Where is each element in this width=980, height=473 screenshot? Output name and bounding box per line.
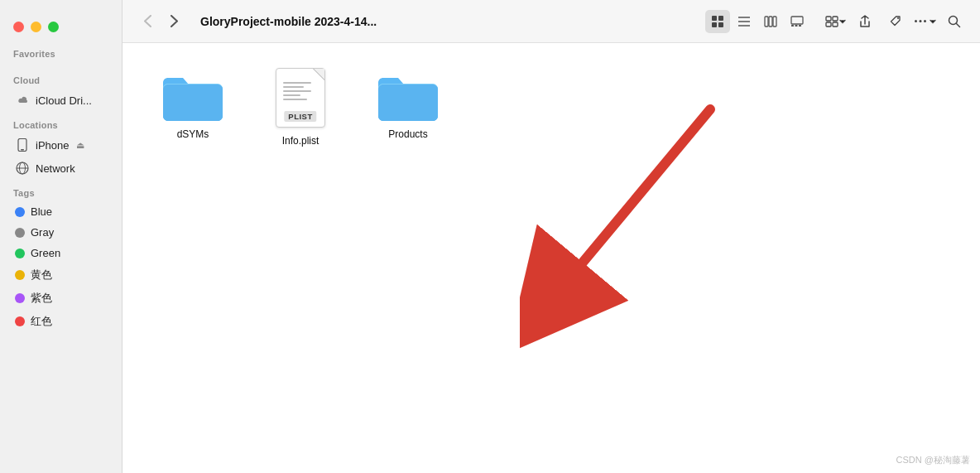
file-item-dsyms[interactable]: dSYMs [156, 68, 230, 141]
blue-dot [15, 207, 25, 217]
tag-red-label: 红色 [31, 314, 52, 329]
network-label: Network [36, 162, 75, 175]
maximize-button[interactable] [48, 22, 59, 32]
svg-point-26 [924, 20, 926, 22]
back-button[interactable] [136, 10, 159, 33]
network-icon [15, 161, 30, 176]
info-plist-label: Info.plist [279, 134, 323, 147]
svg-rect-21 [826, 22, 831, 27]
svg-rect-13 [769, 17, 772, 27]
svg-line-30 [545, 109, 710, 308]
svg-rect-18 [799, 25, 801, 27]
products-label: Products [385, 128, 430, 141]
sidebar-item-tag-red[interactable]: 红色 [3, 311, 118, 332]
tag-green-label: Green [31, 247, 60, 259]
file-item-info-plist[interactable]: PLIST Info.plist [263, 68, 338, 147]
sidebar-item-tag-purple[interactable]: 紫色 [3, 287, 118, 309]
svg-rect-8 [718, 22, 723, 27]
traffic-lights [0, 10, 122, 41]
yellow-dot [15, 270, 25, 280]
dsyms-label: dSYMs [174, 128, 213, 141]
sidebar-item-tag-green[interactable]: Green [3, 244, 118, 263]
tag-button[interactable] [882, 10, 907, 33]
iphone-label: iPhone [36, 139, 69, 152]
svg-rect-16 [791, 25, 794, 27]
forward-button[interactable] [162, 10, 185, 33]
search-button[interactable] [942, 10, 967, 33]
svg-point-23 [897, 17, 899, 19]
sidebar-item-tag-blue[interactable]: Blue [3, 202, 118, 221]
svg-rect-15 [791, 17, 803, 24]
file-item-products[interactable]: Products [371, 68, 445, 141]
annotation-arrow [520, 93, 785, 350]
tag-gray-label: Gray [31, 226, 54, 239]
minimize-button[interactable] [31, 22, 41, 32]
folder-icon-dsyms [160, 68, 226, 123]
more-button[interactable] [912, 10, 937, 33]
svg-rect-14 [773, 17, 776, 27]
eject-icon[interactable]: ⏏ [76, 140, 84, 151]
main-area: GloryProject-mobile 2023-4-14... [122, 0, 980, 473]
sidebar-item-icloud[interactable]: iCloud Dri... [3, 89, 118, 111]
locations-section-label: Locations [0, 112, 122, 133]
gallery-view-button[interactable] [785, 10, 809, 33]
group-button[interactable] [823, 10, 848, 33]
sidebar-item-iphone[interactable]: iPhone ⏏ [3, 134, 118, 156]
content-area: dSYMs PLIST [122, 43, 980, 473]
tag-purple-label: 紫色 [31, 291, 52, 306]
svg-rect-12 [765, 17, 768, 27]
watermark: CSDN @秘淘藤薯 [896, 454, 970, 466]
svg-rect-6 [718, 16, 723, 21]
sidebar-item-network[interactable]: Network [3, 157, 118, 179]
svg-point-25 [919, 20, 921, 22]
red-dot [15, 316, 25, 326]
svg-point-24 [915, 20, 917, 22]
sidebar-item-tag-yellow[interactable]: 黄色 [3, 264, 118, 286]
svg-line-28 [957, 23, 960, 27]
folder-icon-products [375, 68, 441, 123]
svg-rect-5 [712, 16, 717, 21]
sidebar: Favorites Cloud iCloud Dri... Locations … [0, 0, 122, 473]
tags-section-label: Tags [0, 180, 122, 201]
nav-buttons [136, 10, 185, 33]
share-button[interactable] [853, 10, 877, 33]
window-title: GloryProject-mobile 2023-4-14... [200, 15, 690, 28]
green-dot [15, 249, 25, 258]
svg-rect-7 [712, 22, 717, 27]
cloud-icon [15, 93, 30, 108]
svg-rect-19 [826, 17, 831, 21]
column-view-button[interactable] [758, 10, 783, 33]
icon-view-button[interactable] [705, 10, 730, 33]
tag-yellow-label: 黄色 [31, 268, 52, 282]
view-switcher [705, 10, 809, 33]
icloud-label: iCloud Dri... [36, 94, 92, 107]
svg-rect-20 [833, 17, 838, 21]
svg-rect-22 [833, 22, 838, 27]
tag-blue-label: Blue [31, 205, 52, 218]
svg-rect-17 [795, 25, 798, 27]
gray-dot [15, 228, 25, 238]
toolbar: GloryProject-mobile 2023-4-14... [122, 0, 980, 43]
svg-rect-1 [21, 149, 24, 151]
cloud-section-label: Cloud [0, 67, 122, 89]
phone-icon [15, 138, 30, 152]
favorites-section-label: Favorites [0, 41, 122, 62]
close-button[interactable] [13, 22, 24, 32]
plist-icon: PLIST [276, 68, 325, 128]
sidebar-item-tag-gray[interactable]: Gray [3, 223, 118, 242]
toolbar-actions [823, 10, 967, 33]
list-view-button[interactable] [732, 10, 757, 33]
purple-dot [15, 293, 25, 303]
